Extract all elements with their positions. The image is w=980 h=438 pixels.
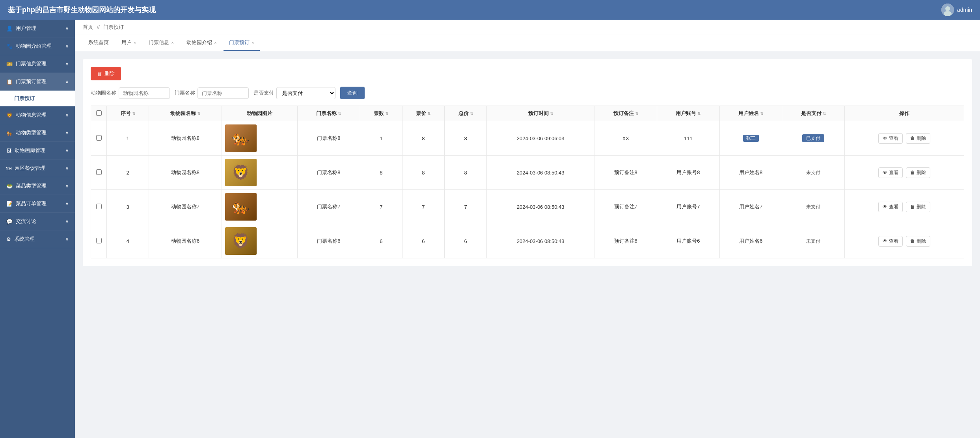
row-delete-button[interactable]: 🗑 删除 [906, 167, 930, 178]
row-delete-button[interactable]: 🗑 删除 [906, 133, 930, 144]
row-ticket-name: 门票名称6 [298, 224, 360, 258]
row-delete-button[interactable]: 🗑 删除 [906, 236, 930, 247]
sort-icon[interactable]: ⇅ [635, 111, 638, 116]
sidebar-icon: 🎫 [6, 61, 13, 67]
row-id: 3 [107, 190, 149, 224]
sidebar-item-park-catering-mgmt[interactable]: 🍽 园区餐饮管理 ∨ [0, 160, 75, 177]
select-all-checkbox[interactable] [96, 110, 102, 116]
animal-image: 🐅 [225, 124, 257, 152]
breadcrumb-home[interactable]: 首页 [83, 24, 93, 30]
sort-icon[interactable]: ⇅ [132, 111, 135, 116]
sidebar-item-ticket-info-mgmt[interactable]: 🎫 门票信息管理 ∨ [0, 55, 75, 73]
tab-home[interactable]: 系统首页 [83, 35, 114, 51]
sidebar-item-user-mgmt[interactable]: 👤 用户管理 ∨ [0, 20, 75, 37]
paid-badge: 已支付 [802, 134, 824, 142]
trash-icon: 🗑 [910, 170, 915, 175]
sidebar-label: 用户管理 [16, 25, 36, 32]
row-user-account: 用户账号7 [657, 190, 720, 224]
row-checkbox-cell [91, 224, 107, 258]
search-button[interactable]: 查询 [340, 87, 365, 99]
sidebar-item-left: 🖼 动物画廊管理 [6, 147, 45, 154]
sort-icon[interactable]: ⇅ [697, 111, 701, 116]
row-delete-button[interactable]: 🗑 删除 [906, 202, 930, 212]
row-checkbox[interactable] [96, 204, 102, 209]
chevron-icon: ∧ [65, 79, 69, 84]
row-order-time: 2024-03-06 08:50:43 [487, 224, 594, 258]
delete-icon: 🗑 [97, 71, 102, 77]
table-row: 1动物园名称8🐅门票名称81882024-03-06 09:06:03XX111… [91, 121, 964, 156]
sidebar-item-animal-gallery-mgmt[interactable]: 🖼 动物画廊管理 ∨ [0, 142, 75, 160]
sort-icon[interactable]: ⇅ [760, 111, 763, 116]
sidebar-icon: 🥗 [6, 183, 13, 189]
sort-icon[interactable]: ⇅ [197, 111, 200, 116]
tab-ticket-info[interactable]: 门票信息× [143, 35, 179, 51]
col-label: 门票名称 [316, 110, 337, 116]
sidebar-item-left: 📝 菜品订单管理 [6, 200, 47, 207]
row-total: 6 [444, 224, 486, 258]
tab-ticket-order[interactable]: 门票预订× [224, 35, 259, 51]
sidebar-item-animal-info-mgmt[interactable]: 🦁 动物信息管理 ∨ [0, 106, 75, 124]
col-label: 是否支付 [801, 110, 822, 116]
tab-close-icon[interactable]: × [252, 40, 254, 45]
row-count: 8 [360, 156, 402, 190]
page-content: 🗑 删除 动物园名称 门票名称 是否支付 [75, 51, 980, 438]
sidebar-item-dish-type-mgmt[interactable]: 🥗 菜品类型管理 ∨ [0, 177, 75, 195]
col-header-9: 用户账号⇅ [657, 106, 720, 121]
sort-icon[interactable]: ⇅ [550, 111, 553, 116]
eye-icon: 👁 [883, 238, 887, 244]
col-header-2: 动物园图片 [222, 106, 297, 121]
chevron-icon: ∨ [65, 44, 69, 49]
col-label: 操作 [899, 110, 909, 116]
search-bar: 动物园名称 门票名称 是否支付 是否支付 已支付 未支付 [91, 87, 964, 99]
sort-icon[interactable]: ⇅ [385, 111, 388, 116]
row-checkbox[interactable] [96, 238, 102, 243]
row-checkbox-cell [91, 190, 107, 224]
sidebar-item-discussion-mgmt[interactable]: 💬 交流讨论 ∨ [0, 213, 75, 230]
sidebar-item-zoo-intro-mgmt[interactable]: 🐾 动物园介绍管理 ∨ [0, 37, 75, 55]
row-remark: 预订备注6 [594, 224, 657, 258]
view-label: 查看 [889, 238, 898, 245]
trash-icon: 🗑 [910, 135, 915, 141]
sort-icon[interactable]: ⇅ [823, 111, 826, 116]
sidebar-label: 园区餐饮管理 [15, 165, 45, 172]
sort-icon[interactable]: ⇅ [338, 111, 341, 116]
sidebar-item-ticket-order-mgmt[interactable]: 📋 门票预订管理 ∧ [0, 73, 75, 91]
view-button[interactable]: 👁 查看 [878, 133, 903, 144]
row-ticket-name: 门票名称8 [298, 121, 360, 156]
tab-zoo-intro[interactable]: 动物园介绍× [181, 35, 222, 51]
sidebar-item-left: 📋 门票预订管理 [6, 78, 47, 85]
row-user-name: 用户姓名8 [719, 156, 782, 190]
eye-icon: 👁 [883, 204, 887, 210]
ticket-name-input[interactable] [197, 87, 249, 99]
tab-close-icon[interactable]: × [134, 40, 136, 45]
row-checkbox[interactable] [96, 135, 102, 141]
delete-label: 删除 [917, 204, 926, 210]
is-paid-select[interactable]: 是否支付 已支付 未支付 [276, 87, 335, 99]
view-button[interactable]: 👁 查看 [878, 202, 903, 212]
animal-image: 🦁 [225, 227, 257, 255]
breadcrumb: 首页 // 门票预订 [75, 20, 980, 35]
sidebar-item-animal-type-mgmt[interactable]: 🐅 动物类型管理 ∨ [0, 124, 75, 142]
sidebar-sub-item-ticket-order[interactable]: 门票预订 [0, 91, 75, 106]
row-id: 2 [107, 156, 149, 190]
batch-delete-button[interactable]: 🗑 删除 [91, 67, 121, 80]
row-actions: 👁 查看 🗑 删除 [845, 224, 964, 258]
tab-user[interactable]: 用户× [116, 35, 142, 51]
sidebar-sub-ticket-order-mgmt: 门票预订 [0, 91, 75, 106]
view-button[interactable]: 👁 查看 [878, 167, 903, 178]
col-header-7: 预订时间⇅ [487, 106, 594, 121]
animal-image: 🐅 [225, 193, 257, 221]
sidebar-item-system-mgmt[interactable]: ⚙ 系统管理 ∨ [0, 230, 75, 248]
zoo-name-input[interactable] [119, 87, 170, 99]
tab-close-icon[interactable]: × [171, 40, 173, 45]
sidebar-item-dish-order-mgmt[interactable]: 📝 菜品订单管理 ∨ [0, 195, 75, 213]
tab-close-icon[interactable]: × [214, 40, 216, 45]
sidebar-item-left: 💬 交流讨论 [6, 218, 36, 225]
sort-icon[interactable]: ⇅ [470, 111, 473, 116]
row-total: 8 [444, 121, 486, 156]
row-remark: 预订备注8 [594, 156, 657, 190]
sidebar-label: 动物信息管理 [16, 111, 47, 119]
row-checkbox[interactable] [96, 169, 102, 175]
view-button[interactable]: 👁 查看 [878, 236, 903, 247]
sort-icon[interactable]: ⇅ [427, 111, 430, 116]
